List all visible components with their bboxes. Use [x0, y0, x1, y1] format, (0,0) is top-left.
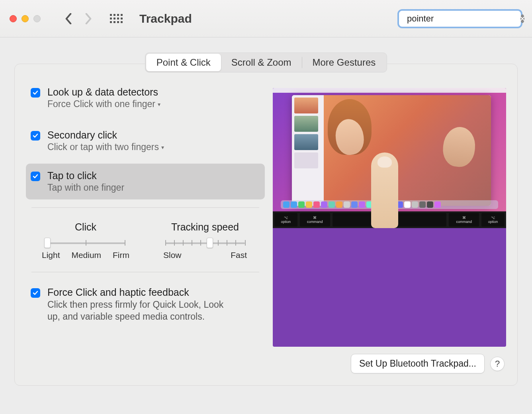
gesture-preview: ⌥option ⌘command ⌘command ⌥option: [273, 88, 506, 347]
search-field[interactable]: [397, 9, 522, 28]
divider: [31, 207, 259, 208]
checkbox-lookup[interactable]: [31, 88, 40, 98]
tab-more-gestures[interactable]: More Gestures: [302, 54, 386, 71]
checkmark-icon: [32, 90, 39, 96]
option-force-click[interactable]: Force Click and haptic feedback Click th…: [26, 280, 265, 329]
checkbox-force[interactable]: [31, 288, 40, 298]
options-column: Look up & data detectors Force Click wit…: [26, 80, 265, 347]
option-tap-to-click[interactable]: Tap to click Tap with one finger: [26, 164, 265, 199]
tick-label: Firm: [113, 250, 129, 260]
option-dropdown[interactable]: Force Click with one finger ▾: [47, 99, 160, 109]
slider-thumb[interactable]: [44, 238, 51, 248]
divider: [31, 272, 259, 272]
close-window-button[interactable]: [10, 15, 17, 22]
option-lookup[interactable]: Look up & data detectors Force Click wit…: [26, 80, 265, 116]
option-title: Look up & data detectors: [47, 86, 160, 98]
slider-label: Click: [75, 221, 96, 233]
close-icon: [520, 17, 524, 21]
checkbox-secondary[interactable]: [31, 131, 40, 141]
click-slider[interactable]: [46, 240, 125, 245]
tick-label: Light: [42, 250, 60, 260]
setup-bluetooth-button[interactable]: Set Up Bluetooth Trackpad...: [351, 354, 485, 373]
window-controls: [10, 15, 41, 22]
tab-point-click[interactable]: Point & Click: [146, 54, 221, 71]
tick-label: Slow: [163, 250, 182, 260]
option-title: Force Click and haptic feedback: [47, 287, 239, 298]
forward-button: [80, 11, 96, 27]
chevron-down-icon: ▾: [158, 101, 160, 107]
chevron-down-icon: ▾: [161, 144, 164, 150]
slider-tick-labels: Light Medium Firm: [42, 250, 129, 260]
option-title: Secondary click: [47, 129, 164, 141]
option-title: Tap to click: [47, 170, 124, 182]
content-area: Point & Click Scroll & Zoom More Gesture…: [0, 37, 532, 394]
slider-label: Tracking speed: [171, 221, 239, 233]
option-dropdown[interactable]: Click or tap with two fingers ▾: [47, 142, 164, 152]
preview-finger: [371, 152, 398, 228]
titlebar: Trackpad: [0, 0, 532, 37]
tracking-slider[interactable]: [165, 240, 245, 245]
checkmark-icon: [32, 173, 39, 180]
minimize-window-button[interactable]: [22, 15, 29, 22]
option-sub-label: Click or tap with two fingers: [47, 142, 159, 152]
tab-scroll-zoom[interactable]: Scroll & Zoom: [221, 54, 302, 71]
tick-label: Medium: [71, 250, 101, 260]
checkmark-icon: [32, 133, 39, 139]
footer: Set Up Bluetooth Trackpad... ?: [26, 354, 506, 373]
preview-column: ⌥option ⌘command ⌘command ⌥option: [273, 80, 506, 347]
help-button[interactable]: ?: [490, 357, 505, 371]
settings-pane: Look up & data detectors Force Click wit…: [14, 64, 518, 386]
slider-thumb[interactable]: [207, 238, 213, 248]
tracking-slider-group: Tracking speed Slow Fast: [157, 221, 253, 260]
back-button[interactable]: [61, 11, 76, 27]
window-title: Trackpad: [139, 12, 192, 25]
option-sub-label: Tap with one finger: [47, 182, 124, 193]
zoom-window-button: [33, 15, 41, 22]
checkbox-tap[interactable]: [31, 172, 40, 181]
clear-search-button[interactable]: [520, 14, 524, 23]
option-sub-label: Force Click with one finger: [47, 99, 155, 109]
checkmark-icon: [32, 290, 39, 296]
click-slider-group: Click Light Medium Firm: [38, 221, 133, 260]
sliders-row: Click Light Medium Firm: [26, 216, 265, 264]
search-input[interactable]: [407, 14, 516, 24]
option-description: Click then press firmly for Quick Look, …: [47, 299, 239, 323]
tick-label: Fast: [231, 250, 247, 260]
slider-tick-labels: Slow Fast: [163, 250, 247, 260]
option-secondary-click[interactable]: Secondary click Click or tap with two fi…: [26, 123, 265, 159]
show-all-button[interactable]: [110, 14, 123, 23]
